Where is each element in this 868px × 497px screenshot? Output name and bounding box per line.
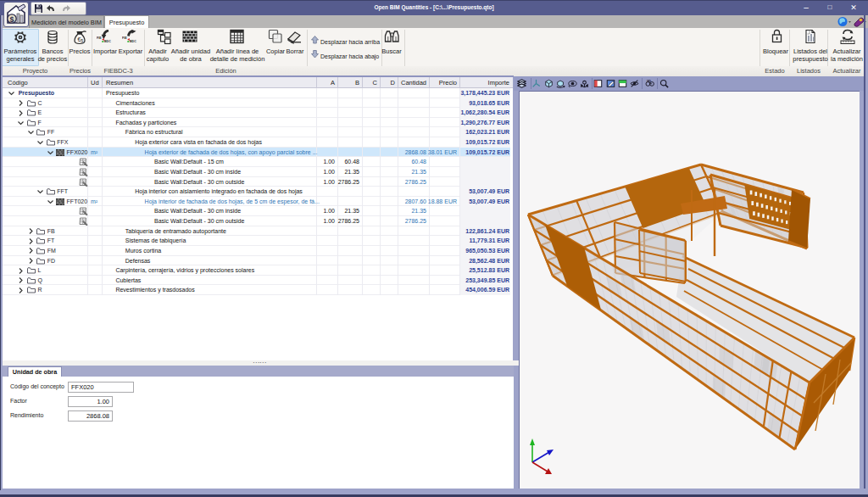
svg-text:FIE: FIE	[97, 36, 102, 40]
svg-text:BDC: BDC	[130, 40, 136, 43]
svg-text:BDC: BDC	[104, 40, 111, 43]
svg-text:FIE: FIE	[122, 36, 127, 40]
svg-text:$: $	[9, 15, 14, 24]
svg-text:3D: 3D	[647, 79, 651, 83]
